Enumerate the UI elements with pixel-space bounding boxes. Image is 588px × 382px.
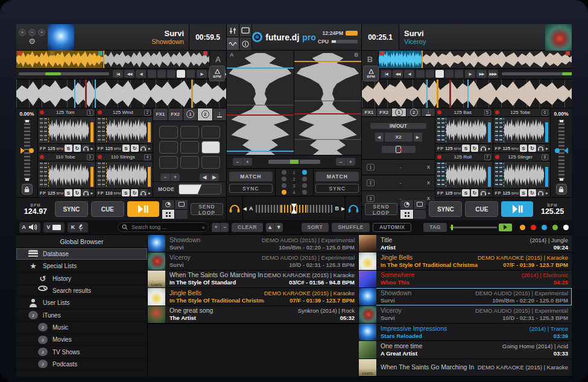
sampler-cell[interactable]: 110 Strings 4 FP 110 BPM S ↻: [96, 153, 153, 197]
loop-x2-button[interactable]: X2: [385, 133, 413, 142]
fx-tab[interactable]: 1: [183, 108, 198, 121]
crossfader-left-arrow-icon[interactable]: ◀: [243, 206, 247, 211]
info-button[interactable]: [239, 37, 251, 50]
track-row[interactable]: Title Artist (2014) | Jungle 09:24: [359, 235, 572, 252]
search-box[interactable]: x: [118, 222, 209, 232]
waveform-view-button[interactable]: [227, 37, 239, 50]
video-output-button[interactable]: V: [43, 222, 65, 233]
deck-a-sync-button[interactable]: SYNC: [55, 201, 88, 217]
sampler-fader[interactable]: [102, 163, 105, 187]
sampler-expand-arrow-icon[interactable]: ▸: [148, 146, 151, 151]
deck-b-send-loop-button[interactable]: SEND LOOP: [365, 203, 397, 215]
sampler-loop-button[interactable]: ↻: [471, 145, 478, 152]
track-row[interactable]: One great song The Artist Synkron (2014)…: [148, 306, 358, 324]
cue-marker[interactable]: [98, 51, 103, 55]
deck-a-tempo-minus-button[interactable]: −: [233, 158, 242, 166]
sampler-headphone-button[interactable]: [479, 145, 487, 152]
deck-a-send-loop-button[interactable]: SEND LOOP: [191, 203, 223, 215]
fx-tab[interactable]: 2: [406, 108, 421, 116]
sampler-fader[interactable]: [441, 118, 444, 142]
deck-b-overview-waveform[interactable]: B: [362, 51, 572, 69]
cue-marker[interactable]: [17, 51, 22, 55]
track-row[interactable]: Showdown Survi DEMO AUDIO (2015) | Exper…: [148, 235, 358, 252]
record-dot-icon[interactable]: [495, 155, 499, 159]
sampler-headphone-button[interactable]: [139, 189, 147, 196]
deck-a-settings-gear-icon[interactable]: ⚙: [28, 38, 36, 45]
record-dot-icon[interactable]: [437, 110, 441, 114]
sampler-cell[interactable]: 125 Stinger 8 FP 125 BPM S ↻: [493, 153, 551, 197]
sampler-expand-arrow-icon[interactable]: ▸: [488, 146, 490, 151]
track-row[interactable]: SAINTS When The Saints Go Marching In DE…: [359, 359, 572, 377]
record-dot-icon[interactable]: [437, 155, 441, 159]
sampler-headphone-button[interactable]: [537, 145, 545, 152]
record-dot-icon[interactable]: [98, 155, 102, 159]
loop-length-button[interactable]: [201, 156, 220, 169]
sampler-waveform[interactable]: [446, 163, 487, 187]
sidebar-item[interactable]: Special Lists: [16, 260, 147, 272]
loop-length-button[interactable]: [201, 126, 220, 139]
sampler-sync-button[interactable]: S: [122, 145, 130, 152]
hotcue-page-button[interactable]: [167, 70, 175, 78]
sampler-cell[interactable]: 125 Wind 2 FP 125 BPM S ↻: [96, 108, 153, 152]
skip-start-button[interactable]: |◀: [113, 70, 123, 78]
sampler-headphone-button[interactable]: [82, 145, 89, 152]
hotcue-page-button[interactable]: [157, 70, 166, 78]
deck-a-vertical-waveform[interactable]: A: [227, 51, 294, 155]
deck-b-keylock-button[interactable]: [556, 184, 567, 195]
sampler-sync-button[interactable]: S: [520, 189, 527, 196]
rewind-button[interactable]: ◀◀: [393, 70, 403, 78]
window-view-button[interactable]: [175, 200, 188, 209]
deck-b-progress-bar[interactable]: [502, 72, 572, 75]
hotcue-page-button[interactable]: [416, 70, 425, 78]
mode-option[interactable]: [198, 184, 221, 194]
sidebar-item[interactable]: Search results: [16, 285, 147, 297]
sampler-fader[interactable]: [495, 118, 498, 142]
fx-load-button[interactable]: ↓: [213, 108, 226, 121]
sampler-loop-button[interactable]: ↻: [74, 145, 81, 152]
record-dot-icon[interactable]: [495, 110, 499, 114]
sampler-cell[interactable]: 125 Roll 7 FP 125 BPM S ↻: [435, 153, 493, 197]
move-up-button[interactable]: ▲: [266, 223, 274, 232]
deck-a-keylock-button[interactable]: [22, 184, 33, 195]
sampler-sync-button[interactable]: S: [65, 189, 72, 196]
loop-shift-left-button[interactable]: ◀: [375, 133, 384, 142]
hotcue-page-button[interactable]: [455, 70, 463, 78]
bpm-tap-button[interactable]: BPM: [209, 66, 225, 81]
sampler-expand-arrow-icon[interactable]: ▸: [546, 146, 548, 151]
sampler-fader[interactable]: [44, 163, 47, 187]
deck-a-sync-button[interactable]: SYNC: [229, 184, 273, 193]
cue-marker[interactable]: [380, 51, 384, 55]
sampler-loop-button[interactable]: ↻: [74, 189, 81, 196]
loop-length-button[interactable]: [159, 126, 178, 139]
sampler-expand-arrow-icon[interactable]: ▸: [488, 190, 490, 196]
skip-start-button[interactable]: |◀: [381, 70, 391, 78]
sidebar-item[interactable]: Music: [16, 322, 147, 334]
deck-a-headphone-button[interactable]: [227, 196, 243, 221]
sampler-waveform[interactable]: [48, 118, 89, 142]
track-row[interactable]: Impressive Impressions Stars Reloaded (2…: [359, 324, 572, 341]
loop-double-button[interactable]: +: [170, 174, 180, 181]
deck-a-pitch-fader[interactable]: [24, 120, 30, 181]
deck-b-cue-button[interactable]: CUE: [465, 201, 498, 217]
sidebar-item[interactable]: User Lists: [16, 297, 147, 309]
add-button[interactable]: +: [212, 223, 220, 232]
loop-length-button[interactable]: [159, 156, 178, 169]
track-row[interactable]: Somewhere Whos This (2014) | Electronic …: [359, 271, 572, 288]
loop-length-button[interactable]: [180, 141, 199, 154]
move-down-button[interactable]: ▼: [274, 223, 283, 232]
hotcue-page-button[interactable]: [148, 70, 156, 78]
deck-b-match-button[interactable]: MATCH: [315, 172, 359, 181]
sampler-waveform[interactable]: [106, 118, 147, 142]
deck-b-pitch-fader[interactable]: [558, 120, 564, 181]
deck-a-play-button[interactable]: [127, 201, 159, 217]
deck-b-tempo-minus-button[interactable]: −: [336, 158, 346, 166]
sampler-waveform[interactable]: [504, 163, 545, 187]
track-row[interactable]: Showdown Survi DEMO AUDIO (2015) | Exper…: [359, 288, 572, 305]
deck-b-sync-button[interactable]: SYNC: [315, 184, 359, 193]
sampler-fader[interactable]: [98, 163, 101, 187]
cue-marker[interactable]: [50, 51, 54, 55]
sidebar-item[interactable]: TV Shows: [16, 346, 147, 358]
sampler-fader[interactable]: [437, 118, 440, 142]
record-dot-icon[interactable]: [40, 110, 44, 114]
fx-tab[interactable]: 1: [392, 108, 406, 116]
